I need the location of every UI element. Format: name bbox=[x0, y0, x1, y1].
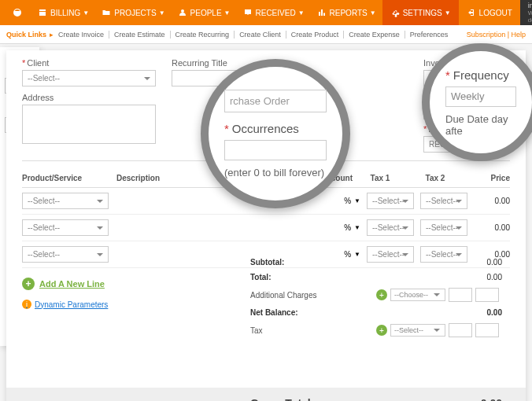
info-icon: i bbox=[22, 300, 31, 309]
tax1-select[interactable]: --Select-- bbox=[367, 219, 414, 236]
addl-charge-select[interactable]: --Choose-- bbox=[390, 289, 445, 301]
settings-nav[interactable]: SETTINGS▼ bbox=[382, 0, 459, 25]
product-select[interactable]: --Select-- bbox=[22, 219, 109, 236]
tax1-select[interactable]: --Select-- bbox=[367, 193, 414, 209]
ql-create-client[interactable]: Create Client bbox=[235, 31, 286, 39]
zoom-frequency: *Frequency Due Date day afte bbox=[422, 43, 532, 161]
zoom-occurrences: rchase Order *Occurrences (enter 0 to bi… bbox=[201, 59, 350, 208]
ql-create-invoice[interactable]: Create Invoice bbox=[54, 31, 109, 39]
billing-nav[interactable]: BILLING▼ bbox=[31, 0, 95, 25]
product-select[interactable]: --Select-- bbox=[22, 246, 109, 263]
address-textarea[interactable] bbox=[22, 105, 156, 144]
address-label: Address bbox=[22, 93, 156, 102]
table-row: --Select-- %▼ --Select-- --Select-- 0.00 bbox=[22, 215, 510, 241]
line-price: 0.00 bbox=[471, 223, 510, 232]
client-label: *Client bbox=[22, 58, 156, 68]
frequency-input[interactable] bbox=[445, 86, 516, 107]
ql-create-recurring[interactable]: Create Recurring bbox=[171, 31, 235, 39]
tax2-select[interactable]: --Select-- bbox=[420, 193, 467, 209]
quicklinks-bar: Quick Links▸ Create Invoice Create Estim… bbox=[0, 25, 532, 44]
tax-select[interactable]: --Select-- bbox=[390, 324, 445, 337]
product-select[interactable]: --Select-- bbox=[22, 193, 109, 209]
occurrences-input[interactable] bbox=[224, 140, 327, 160]
occurrences-hint: (enter 0 to bill forever) bbox=[224, 167, 327, 178]
projects-nav[interactable]: PROJECTS▼ bbox=[95, 0, 171, 25]
people-nav[interactable]: PEOPLE▼ bbox=[172, 0, 237, 25]
tax2-select[interactable]: --Select-- bbox=[420, 219, 467, 236]
totals-panel: Subtotal:0.00 Total:0.00 Additional Char… bbox=[250, 255, 502, 340]
frequency-label: *Frequency bbox=[445, 68, 516, 82]
reports-nav[interactable]: REPORTS▼ bbox=[311, 0, 382, 25]
add-charge-icon[interactable]: + bbox=[376, 289, 387, 300]
received-nav[interactable]: RECEIVED▼ bbox=[237, 0, 311, 25]
top-navbar: BILLING▼ PROJECTS▼ PEOPLE▼ RECEIVED▼ REP… bbox=[0, 0, 532, 25]
ql-create-product[interactable]: Create Product bbox=[286, 31, 345, 39]
add-tax-icon[interactable]: + bbox=[376, 325, 387, 336]
ql-create-estimate[interactable]: Create Estimate bbox=[109, 31, 171, 39]
logout-nav[interactable]: LOGOUT bbox=[459, 0, 520, 25]
occurrences-label: *Occurrences bbox=[224, 122, 327, 135]
ql-create-expense[interactable]: Create Expense bbox=[344, 31, 405, 39]
ql-subscription-help[interactable]: Subscription | Help bbox=[467, 31, 526, 39]
plus-icon: + bbox=[22, 278, 35, 290]
purchase-order-input[interactable]: rchase Order bbox=[224, 90, 327, 112]
dashboard-nav[interactable] bbox=[6, 0, 31, 25]
line-price: 0.00 bbox=[471, 197, 510, 205]
user-info: invoiceratest Welcome demo bbox=[520, 0, 532, 25]
gross-total-bar: Gross Total: 0.00 bbox=[6, 388, 526, 401]
quicklinks-label: Quick Links bbox=[6, 31, 46, 39]
client-select[interactable]: --Select-- bbox=[22, 70, 156, 86]
due-date-label: Due Date day afte bbox=[445, 113, 516, 137]
ql-preferences[interactable]: Preferences bbox=[405, 31, 453, 39]
